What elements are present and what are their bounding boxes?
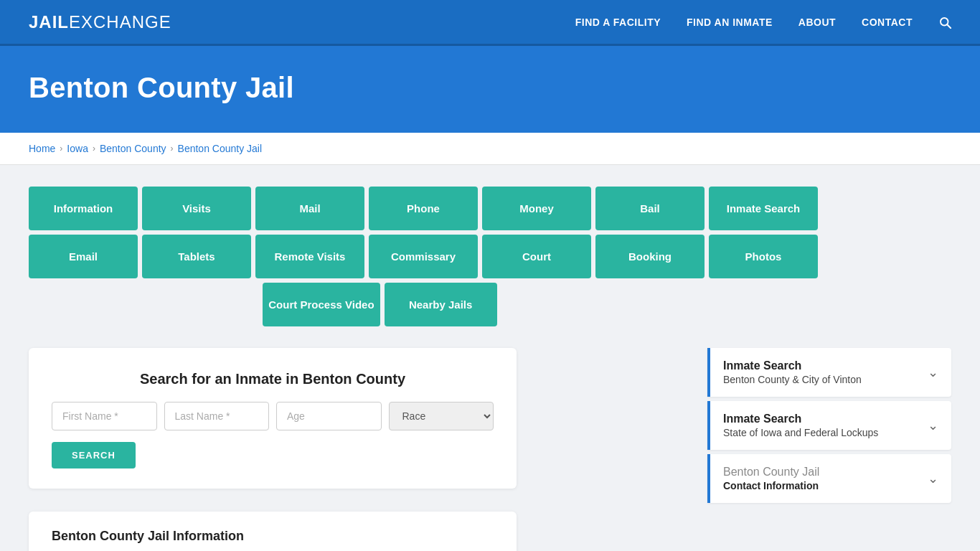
sidebar-inmate-search-iowa[interactable]: Inmate Search State of Iowa and Federal … bbox=[707, 401, 951, 450]
header-search-button[interactable] bbox=[938, 16, 951, 29]
category-grid-row3: Court Process Video Nearby Jails bbox=[29, 283, 818, 326]
breadcrumb-home[interactable]: Home bbox=[29, 143, 55, 154]
breadcrumb: Home › Iowa › Benton County › Benton Cou… bbox=[0, 133, 980, 165]
btn-remote-visits[interactable]: Remote Visits bbox=[255, 235, 364, 278]
btn-phone[interactable]: Phone bbox=[369, 187, 478, 230]
search-button[interactable]: SEARCH bbox=[52, 442, 136, 468]
sidebar-item-title-2: Inmate Search bbox=[723, 413, 878, 425]
logo[interactable]: JAIL EXCHANGE bbox=[29, 12, 171, 32]
btn-photos[interactable]: Photos bbox=[709, 235, 818, 278]
nav-about[interactable]: ABOUT bbox=[798, 17, 836, 28]
bottom-layout: Search for an Inmate in Benton County Ra… bbox=[29, 348, 951, 551]
btn-inmate-search[interactable]: Inmate Search bbox=[709, 187, 818, 230]
jail-info-card: Benton County Jail Information bbox=[29, 512, 517, 551]
left-column: Search for an Inmate in Benton County Ra… bbox=[29, 348, 690, 551]
age-input[interactable] bbox=[276, 402, 382, 430]
btn-nearby-jails[interactable]: Nearby Jails bbox=[385, 283, 497, 326]
hero-section: Benton County Jail bbox=[0, 46, 980, 133]
btn-bail[interactable]: Bail bbox=[595, 187, 705, 230]
nav-contact[interactable]: CONTACT bbox=[862, 17, 913, 28]
inmate-search-card: Search for an Inmate in Benton County Ra… bbox=[29, 348, 517, 489]
category-grid-row1: Information Visits Mail Phone Money Bail… bbox=[29, 187, 818, 230]
btn-mail[interactable]: Mail bbox=[255, 187, 364, 230]
main-nav: FIND A FACILITY FIND AN INMATE ABOUT CON… bbox=[575, 16, 951, 29]
chevron-down-icon-1: ⌄ bbox=[928, 364, 938, 380]
sidebar-item-subtitle-2: State of Iowa and Federal Lockups bbox=[723, 427, 878, 438]
btn-money[interactable]: Money bbox=[482, 187, 591, 230]
search-card-title: Search for an Inmate in Benton County bbox=[52, 371, 494, 387]
breadcrumb-sep-1: › bbox=[60, 143, 62, 154]
first-name-input[interactable] bbox=[52, 402, 157, 430]
btn-court[interactable]: Court bbox=[482, 235, 591, 278]
svg-point-0 bbox=[941, 18, 948, 26]
breadcrumb-sep-2: › bbox=[93, 143, 95, 154]
btn-visits[interactable]: Visits bbox=[142, 187, 251, 230]
search-form: RaceWhiteBlackHispanicAsianOther bbox=[52, 402, 494, 430]
chevron-down-icon-3: ⌄ bbox=[928, 471, 938, 486]
race-select[interactable]: RaceWhiteBlackHispanicAsianOther bbox=[389, 402, 494, 430]
info-card-title: Benton County Jail Information bbox=[52, 529, 494, 544]
btn-court-process-video[interactable]: Court Process Video bbox=[263, 283, 380, 326]
breadcrumb-current[interactable]: Benton County Jail bbox=[178, 143, 263, 154]
btn-tablets[interactable]: Tablets bbox=[142, 235, 251, 278]
page-title: Benton County Jail bbox=[29, 72, 951, 104]
header: JAIL EXCHANGE FIND A FACILITY FIND AN IN… bbox=[0, 0, 980, 46]
sidebar: Inmate Search Benton County & City of Vi… bbox=[707, 348, 951, 507]
btn-email[interactable]: Email bbox=[29, 235, 138, 278]
main-content: Information Visits Mail Phone Money Bail… bbox=[0, 165, 980, 551]
category-grid-row2: Email Tablets Remote Visits Commissary C… bbox=[29, 235, 818, 278]
logo-exchange: EXCHANGE bbox=[69, 12, 171, 32]
chevron-down-icon-2: ⌄ bbox=[928, 418, 938, 433]
breadcrumb-iowa[interactable]: Iowa bbox=[67, 143, 88, 154]
btn-information[interactable]: Information bbox=[29, 187, 138, 230]
sidebar-contact-info[interactable]: Benton County Jail Contact Information ⌄ bbox=[707, 454, 951, 503]
last-name-input[interactable] bbox=[164, 402, 270, 430]
btn-commissary[interactable]: Commissary bbox=[369, 235, 478, 278]
breadcrumb-benton-county[interactable]: Benton County bbox=[100, 143, 166, 154]
logo-jail: JAIL bbox=[29, 12, 69, 32]
sidebar-item-title-3: Benton County Jail bbox=[723, 466, 819, 479]
sidebar-item-subtitle-1: Benton County & City of Vinton bbox=[723, 374, 862, 385]
svg-line-1 bbox=[948, 24, 951, 28]
sidebar-item-subtitle-3: Contact Information bbox=[723, 480, 819, 491]
sidebar-item-title-1: Inmate Search bbox=[723, 359, 862, 372]
breadcrumb-sep-3: › bbox=[171, 143, 174, 154]
nav-find-facility[interactable]: FIND A FACILITY bbox=[575, 17, 661, 28]
nav-find-inmate[interactable]: FIND AN INMATE bbox=[687, 17, 773, 28]
sidebar-inmate-search-benton[interactable]: Inmate Search Benton County & City of Vi… bbox=[707, 348, 951, 397]
btn-booking[interactable]: Booking bbox=[595, 235, 705, 278]
